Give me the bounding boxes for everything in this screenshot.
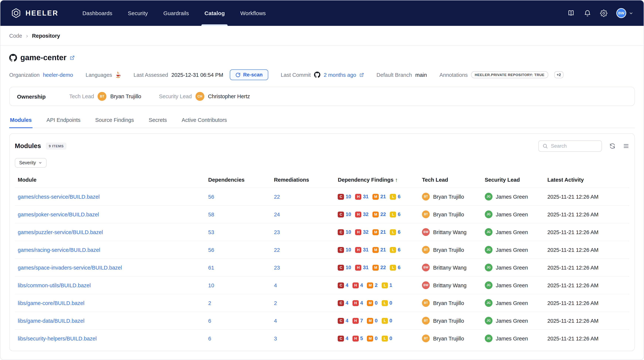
remediations-count-link[interactable]: 22 xyxy=(274,247,280,253)
low-count-link[interactable]: 6 xyxy=(398,265,400,270)
dependencies-count-link[interactable]: 2 xyxy=(208,300,211,306)
remediations-count-link[interactable]: 4 xyxy=(274,282,277,288)
medium-count-link[interactable]: 22 xyxy=(380,265,386,270)
critical-count-link[interactable]: 4 xyxy=(346,336,348,341)
module-link[interactable]: libs/common-utils/BUILD.bazel xyxy=(18,282,91,288)
high-severity-badge: H xyxy=(355,229,362,235)
severity-filter-button[interactable]: Severity xyxy=(15,158,46,168)
medium-count-link[interactable]: 21 xyxy=(380,247,386,253)
col-security-lead[interactable]: Security Lead xyxy=(482,172,544,188)
critical-count-link[interactable]: 10 xyxy=(346,265,351,270)
critical-count-link[interactable]: 10 xyxy=(346,194,351,199)
nav-item-security[interactable]: Security xyxy=(120,0,156,26)
module-link[interactable]: games/chess-service/BUILD.bazel xyxy=(18,194,100,200)
table-row: games/puzzler-service/BUILD.bazel 53 23 … xyxy=(15,223,629,241)
last-commit-link[interactable]: 2 months ago xyxy=(324,72,356,78)
dependencies-count-link[interactable]: 56 xyxy=(208,194,214,200)
organization-link[interactable]: heeler-demo xyxy=(43,72,73,78)
dependencies-count-link[interactable]: 56 xyxy=(208,247,214,253)
high-count-link[interactable]: 32 xyxy=(363,212,368,217)
brand[interactable]: HEELER xyxy=(11,0,58,26)
nav-item-catalog[interactable]: Catalog xyxy=(197,0,232,26)
module-link[interactable]: games/poker-service/BUILD.bazel xyxy=(18,211,99,217)
critical-count-link[interactable]: 10 xyxy=(346,229,351,235)
medium-count-link[interactable]: 21 xyxy=(380,229,386,235)
low-count-link[interactable]: 6 xyxy=(398,212,400,217)
dependencies-count-link[interactable]: 6 xyxy=(208,318,211,324)
high-count-link[interactable]: 7 xyxy=(360,318,363,324)
tab-modules[interactable]: Modules xyxy=(9,113,32,128)
high-count-link[interactable]: 4 xyxy=(360,300,363,306)
dependencies-count-link[interactable]: 53 xyxy=(208,229,214,235)
low-count-link[interactable]: 6 xyxy=(398,247,400,253)
high-count-link[interactable]: 5 xyxy=(360,336,363,341)
col-dependency-findings[interactable]: Dependency Findings↑ xyxy=(335,172,419,188)
dependency-findings: C4 H4 M0 L0 xyxy=(338,300,416,306)
medium-count-link[interactable]: 0 xyxy=(375,300,378,306)
col-dependencies[interactable]: Dependencies xyxy=(205,172,271,188)
notifications-bell-icon[interactable] xyxy=(584,9,591,17)
module-link[interactable]: games/space-invaders-service/BUILD.bazel xyxy=(18,265,122,271)
annotation-overflow-badge[interactable]: +2 xyxy=(554,71,564,78)
tab-active-contributors[interactable]: Active Contributors xyxy=(181,113,228,128)
critical-count-link[interactable]: 10 xyxy=(346,212,351,217)
dependencies-count-link[interactable]: 58 xyxy=(208,211,214,217)
high-count-link[interactable]: 31 xyxy=(363,247,368,253)
high-count-link[interactable]: 32 xyxy=(363,229,368,235)
module-link[interactable]: libs/security-helpers/BUILD.bazel xyxy=(18,336,96,341)
module-link[interactable]: games/racing-service/BUILD.bazel xyxy=(18,247,100,253)
tab-source-findings[interactable]: Source Findings xyxy=(94,113,135,128)
settings-gear-icon[interactable] xyxy=(600,9,608,17)
tab-secrets[interactable]: Secrets xyxy=(148,113,168,128)
rescan-button[interactable]: Re-scan xyxy=(230,69,268,80)
module-link[interactable]: games/puzzler-service/BUILD.bazel xyxy=(18,229,103,235)
medium-count-link[interactable]: 0 xyxy=(375,336,378,341)
medium-count-link[interactable]: 22 xyxy=(380,212,386,217)
remediations-count-link[interactable]: 23 xyxy=(274,229,280,235)
dependencies-count-link[interactable]: 6 xyxy=(208,336,211,341)
table-settings-icon[interactable] xyxy=(623,143,629,149)
low-count-link[interactable]: 6 xyxy=(398,194,400,199)
low-count-link[interactable]: 6 xyxy=(398,229,400,235)
medium-count-link[interactable]: 21 xyxy=(380,194,386,199)
user-menu[interactable]: BW xyxy=(616,8,633,18)
dependencies-count-link[interactable]: 10 xyxy=(208,282,214,288)
low-count-link[interactable]: 0 xyxy=(390,318,392,324)
high-count-link[interactable]: 4 xyxy=(360,283,363,288)
critical-count-link[interactable]: 4 xyxy=(346,318,348,324)
nav-item-workflows[interactable]: Workflows xyxy=(232,0,274,26)
search-box[interactable] xyxy=(538,140,602,152)
col-tech-lead[interactable]: Tech Lead xyxy=(419,172,482,188)
critical-count-link[interactable]: 4 xyxy=(346,300,348,306)
remediations-count-link[interactable]: 23 xyxy=(274,265,280,271)
remediations-count-link[interactable]: 24 xyxy=(274,211,280,217)
search-input[interactable] xyxy=(551,143,598,149)
low-count-link[interactable]: 0 xyxy=(390,300,392,306)
high-count-link[interactable]: 31 xyxy=(363,194,368,199)
critical-count-link[interactable]: 10 xyxy=(346,247,351,253)
col-remediations[interactable]: Remediations xyxy=(271,172,335,188)
tech-lead-name: Brittany Wang xyxy=(433,265,466,271)
remediations-count-link[interactable]: 2 xyxy=(274,300,277,306)
remediations-count-link[interactable]: 3 xyxy=(274,336,277,341)
low-count-link[interactable]: 0 xyxy=(390,336,392,341)
nav-item-guardrails[interactable]: Guardrails xyxy=(156,0,196,26)
external-link-icon[interactable] xyxy=(70,55,75,60)
tab-api-endpoints[interactable]: API Endpoints xyxy=(46,113,81,128)
module-link[interactable]: libs/game-core/BUILD.bazel xyxy=(18,300,84,306)
low-count-link[interactable]: 1 xyxy=(390,283,392,288)
nav-item-dashboards[interactable]: Dashboards xyxy=(75,0,120,26)
dependencies-count-link[interactable]: 61 xyxy=(208,265,214,271)
medium-count-link[interactable]: 0 xyxy=(375,318,378,324)
remediations-count-link[interactable]: 22 xyxy=(274,194,280,200)
module-link[interactable]: libs/game-data/BUILD.bazel xyxy=(18,318,84,324)
breadcrumb-code[interactable]: Code xyxy=(9,33,22,38)
critical-count-link[interactable]: 4 xyxy=(346,283,348,288)
medium-count-link[interactable]: 2 xyxy=(375,283,378,288)
remediations-count-link[interactable]: 4 xyxy=(274,318,277,324)
high-count-link[interactable]: 31 xyxy=(363,265,368,270)
col-latest-activity[interactable]: Latest Activity xyxy=(544,172,629,188)
docs-book-icon[interactable] xyxy=(567,9,575,17)
col-module[interactable]: Module xyxy=(15,172,205,188)
refresh-icon[interactable] xyxy=(609,143,616,149)
